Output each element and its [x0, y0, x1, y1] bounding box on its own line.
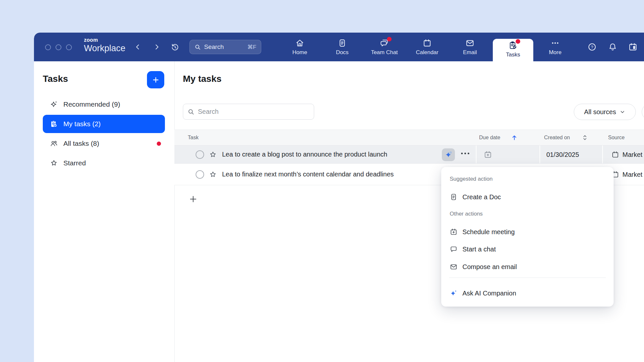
- sidebar-item-recommended[interactable]: Recommended (9): [43, 95, 165, 113]
- due-date-add-icon[interactable]: [484, 150, 492, 159]
- task-title[interactable]: Lea to create a blog post to announce th…: [222, 151, 387, 158]
- column-divider: [539, 145, 540, 163]
- source-value: Market: [622, 151, 642, 158]
- task-checkbox[interactable]: [196, 150, 204, 159]
- task-checkbox[interactable]: [196, 170, 204, 179]
- menu-item-create-doc[interactable]: Create a Doc: [446, 190, 609, 204]
- menu-item-label: Schedule meeting: [462, 228, 515, 236]
- plus-icon: [152, 76, 160, 84]
- notifications-bell-icon[interactable]: [608, 42, 617, 52]
- source-filter-label: All sources: [584, 108, 616, 116]
- menu-item-ask-ai-companion[interactable]: Ask AI Companion: [446, 286, 609, 300]
- ai-companion-action-button[interactable]: [442, 148, 455, 161]
- star-icon[interactable]: [209, 151, 217, 158]
- menu-section-label: Other actions: [450, 211, 483, 217]
- search-placeholder-text: Search: [204, 43, 224, 51]
- star-icon[interactable]: [209, 171, 217, 178]
- source-filter-dropdown[interactable]: All sources: [574, 104, 636, 120]
- tab-home[interactable]: Home: [282, 33, 318, 61]
- team-chat-notification-dot: [387, 37, 392, 41]
- column-header-due-date[interactable]: Due date: [479, 135, 500, 141]
- column-header-created-on[interactable]: Created on: [544, 135, 570, 141]
- menu-item-label: Ask AI Companion: [462, 290, 516, 297]
- sidebar-item-label: Starred: [63, 159, 86, 167]
- ellipsis-icon: [551, 38, 560, 48]
- tab-label: Email: [463, 49, 477, 56]
- task-search-input[interactable]: [198, 108, 310, 115]
- sparkle-icon: [50, 100, 58, 108]
- tab-label: Docs: [336, 49, 349, 56]
- clipped-filter-button[interactable]: [642, 104, 644, 120]
- sidebar-item-label: All tasks (8): [63, 140, 99, 147]
- source-value: Market: [622, 171, 642, 178]
- add-task-button[interactable]: [147, 71, 164, 88]
- column-header-source[interactable]: Source: [608, 135, 625, 141]
- sidebar-item-starred[interactable]: Starred: [43, 154, 165, 172]
- window-control-icon[interactable]: [66, 44, 72, 50]
- tab-email[interactable]: Email: [452, 33, 488, 61]
- sort-toggle-icon[interactable]: [581, 134, 588, 141]
- history-icon[interactable]: [171, 43, 179, 52]
- sidebar-divider: [174, 61, 175, 362]
- menu-item-label: Compose an email: [462, 263, 517, 271]
- calendar-source-icon: [611, 151, 619, 158]
- document-icon: [338, 38, 347, 48]
- svg-text:?: ?: [591, 45, 593, 50]
- ai-sparkle-icon: [444, 151, 453, 159]
- menu-section-label: Suggested action: [450, 176, 492, 182]
- clipboard-check-icon: [508, 41, 518, 50]
- tab-label: Team Chat: [371, 49, 398, 56]
- calendar-icon: [423, 38, 432, 48]
- add-row-plus-icon[interactable]: [189, 195, 198, 204]
- column-divider: [476, 145, 476, 163]
- chat-bubbles-icon: [380, 38, 389, 48]
- task-title[interactable]: Lea to finalize next month’s content cal…: [222, 171, 394, 178]
- help-icon[interactable]: ?: [588, 42, 597, 52]
- app-window: zoom Workplace Search ⌘F: [34, 33, 644, 362]
- tab-docs[interactable]: Docs: [324, 33, 360, 61]
- back-icon[interactable]: [134, 43, 142, 51]
- screen: { "colors": { "navbar": "#27428f", "acce…: [0, 0, 644, 362]
- tab-tasks-active[interactable]: Tasks: [493, 39, 533, 61]
- sidebar-item-all-tasks[interactable]: All tasks (8): [43, 134, 165, 153]
- search-shortcut-hint: ⌘F: [248, 44, 256, 51]
- tasks-notification-dot: [516, 39, 520, 44]
- search-icon: [187, 108, 195, 115]
- menu-item-label: Create a Doc: [462, 193, 501, 201]
- table-header: Task Due date Created on Source: [174, 129, 644, 145]
- tab-calendar[interactable]: Calendar: [409, 33, 445, 61]
- star-icon: [50, 159, 58, 167]
- menu-item-compose-email[interactable]: Compose an email: [446, 260, 609, 274]
- home-icon: [295, 38, 304, 48]
- window-control-icon[interactable]: [56, 44, 61, 50]
- titlebar: zoom Workplace Search ⌘F: [34, 33, 644, 61]
- clipboard-check-icon: [50, 120, 58, 128]
- forward-icon[interactable]: [153, 43, 161, 51]
- calendar-plus-icon: [450, 228, 458, 236]
- zoom-workplace-logo: zoom Workplace: [84, 38, 125, 53]
- envelope-icon: [465, 38, 475, 48]
- task-search-field[interactable]: [183, 104, 314, 120]
- window-control-icon[interactable]: [45, 44, 51, 50]
- logo-workplace-text: Workplace: [84, 44, 125, 53]
- column-divider: [602, 145, 603, 163]
- chat-bubble-icon: [450, 245, 458, 253]
- tab-team-chat[interactable]: Team Chat: [365, 33, 404, 61]
- tab-label: Calendar: [416, 49, 439, 56]
- chevron-down-icon: [620, 109, 625, 115]
- sort-ascending-icon[interactable]: [511, 134, 518, 141]
- all-tasks-notification-dot: [157, 142, 161, 146]
- document-icon: [450, 193, 458, 201]
- row-more-actions-button[interactable]: [461, 153, 469, 154]
- column-header-task[interactable]: Task: [188, 135, 199, 141]
- tab-label: Tasks: [506, 52, 520, 58]
- created-on-value: 01/30/2025: [546, 151, 579, 158]
- schedule-calendar-icon[interactable]: [628, 42, 637, 52]
- menu-item-schedule-meeting[interactable]: Schedule meeting: [446, 225, 609, 239]
- global-search-input[interactable]: Search ⌘F: [189, 40, 261, 54]
- menu-item-start-chat[interactable]: Start a chat: [446, 242, 609, 256]
- envelope-icon: [450, 263, 458, 271]
- sidebar-item-my-tasks[interactable]: My tasks (2): [43, 115, 165, 133]
- tab-more[interactable]: More: [537, 33, 573, 61]
- task-row-1[interactable]: Lea to create a blog post to announce th…: [174, 145, 644, 164]
